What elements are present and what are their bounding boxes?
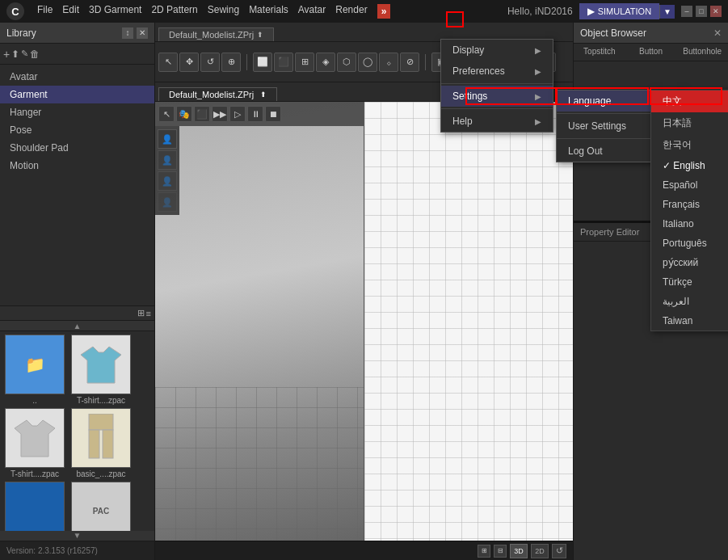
- toolbar-view2-btn[interactable]: ⬛: [274, 53, 293, 72]
- right-panel-close-icon[interactable]: ✕: [713, 27, 722, 39]
- thumb-scroll-down[interactable]: ▼: [0, 531, 154, 541]
- viewport-2d[interactable]: [364, 102, 573, 541]
- thumb-img-pac: PAC: [71, 482, 131, 530]
- object-browser-content: [574, 61, 728, 221]
- minimize-btn[interactable]: –: [681, 6, 692, 17]
- bottom-2d-btn[interactable]: 2D: [531, 544, 549, 558]
- obj-tab-button[interactable]: Button: [625, 44, 677, 61]
- menu-sewing[interactable]: Sewing: [208, 4, 239, 19]
- maximize-btn[interactable]: □: [696, 6, 707, 17]
- more-menu-btn[interactable]: »: [377, 4, 391, 19]
- sidebar: Library ↕ ✕ + ⬆ ✎ 🗑 Avatar Garment Hange…: [0, 23, 155, 560]
- bottom-icon-1[interactable]: ⊞: [478, 545, 490, 558]
- vp3d-btn-6[interactable]: ⏸: [247, 106, 263, 122]
- vp3d-btn-3[interactable]: ⬛: [194, 106, 210, 122]
- sim-icon: ▶: [587, 6, 595, 17]
- thumb-item-basic[interactable]: basic_....zpac: [69, 408, 133, 478]
- window-controls: – □ ✕: [681, 6, 722, 17]
- sidebar-close-icon[interactable]: ✕: [137, 27, 148, 39]
- thumb-item-dotdot[interactable]: 📁 ..: [3, 335, 66, 405]
- toolbar-2d-6[interactable]: ⬡: [537, 53, 556, 72]
- simulation-dropdown[interactable]: ▼: [659, 5, 675, 19]
- toolbar-view6-btn[interactable]: ◯: [358, 53, 377, 72]
- toolbar-2d-1[interactable]: ▣: [431, 53, 451, 72]
- main-layout: Library ↕ ✕ + ⬆ ✎ 🗑 Avatar Garment Hange…: [0, 23, 728, 560]
- vp3d-btn-5[interactable]: ▷: [229, 106, 246, 122]
- menu-file[interactable]: File: [37, 4, 53, 19]
- vp3d-btn-1[interactable]: ↖: [158, 106, 175, 122]
- toolbar-2d-5[interactable]: ⊠: [515, 53, 535, 72]
- vp3d-btn-2[interactable]: 🎭: [176, 106, 192, 122]
- thumb-item-tshirt1[interactable]: T-shirt....zpac: [69, 335, 133, 405]
- avatar-icons: 👤 👤 👤 👤: [155, 126, 179, 215]
- toolbar-select-btn[interactable]: ↖: [158, 53, 178, 72]
- toolbar-move-btn[interactable]: ✥: [179, 53, 199, 72]
- doc-tabs-2: Default_Modelist.ZPrj ⬆: [155, 82, 573, 102]
- sidebar-item-garment[interactable]: Garment: [0, 86, 154, 103]
- thumb-img-tshirt2: [5, 408, 65, 468]
- toolbar-view8-btn[interactable]: ⊘: [400, 53, 419, 72]
- doc-tab-2[interactable]: Default_Modelist.ZPrj ⬆: [158, 87, 277, 101]
- close-btn[interactable]: ✕: [710, 6, 722, 17]
- right-panel: Object Browser ✕ Topstitch Button Button…: [573, 23, 728, 560]
- sidebar-item-motion[interactable]: Motion: [0, 157, 154, 175]
- vp3d-btn-4[interactable]: ▶▶: [212, 106, 228, 122]
- sidebar-add-icon[interactable]: +: [3, 48, 10, 61]
- svg-rect-2: [89, 414, 113, 430]
- sidebar-edit-icon[interactable]: ✎: [21, 48, 28, 59]
- thumb-scroll-up[interactable]: ▲: [0, 321, 154, 331]
- toolbar-view3-btn[interactable]: ⊞: [295, 53, 314, 72]
- sidebar-import-icon[interactable]: ⬆: [11, 48, 19, 60]
- toolbar-view7-btn[interactable]: ⬦: [379, 53, 398, 72]
- toolbar-rotate-btn[interactable]: ↺: [200, 53, 220, 72]
- bottom-icon-2[interactable]: ⊟: [494, 545, 507, 558]
- bottom-3d-btn[interactable]: 3D: [510, 544, 528, 558]
- menu-avatar[interactable]: Avatar: [298, 4, 326, 19]
- property-editor-header: Property Editor ▲: [574, 222, 728, 242]
- obj-tab-buttonhole[interactable]: Buttonhole: [676, 44, 728, 61]
- toolbar-2d-4[interactable]: ⊡: [494, 53, 514, 72]
- sidebar-delete-icon[interactable]: 🗑: [30, 48, 40, 60]
- thumb-item-pac[interactable]: PAC PAC: [69, 482, 133, 530]
- property-editor-expand-icon[interactable]: ▲: [713, 228, 722, 237]
- bottom-refresh-btn[interactable]: ↺: [552, 544, 566, 558]
- menu-materials[interactable]: Materials: [249, 4, 288, 19]
- toolbar-2d-3[interactable]: ⬣: [473, 53, 493, 72]
- toolbar-scale-btn[interactable]: ⊕: [221, 53, 241, 72]
- simulation-button[interactable]: ▶ SIMULATION: [579, 3, 659, 19]
- doc-tab-1[interactable]: Default_Modelist.ZPrj ⬆: [158, 27, 274, 41]
- vp3d-grid: [155, 387, 364, 541]
- thumb-item-blue[interactable]: blue_fabric: [3, 482, 66, 530]
- avatar-icon-1[interactable]: 👤: [158, 129, 177, 149]
- avatar-icon-4[interactable]: 👤: [158, 192, 177, 212]
- doc-tabs: Default_Modelist.ZPrj ⬆: [155, 23, 573, 42]
- viewport-3d[interactable]: ↖ 🎭 ⬛ ▶▶ ▷ ⏸ ⏹ 👤 👤 👤 👤: [155, 102, 364, 541]
- toolbar-sep-1: [246, 54, 247, 70]
- toolbar-2d-2[interactable]: ⊞: [452, 53, 472, 72]
- obj-tab-topstitch[interactable]: Topstitch: [574, 44, 625, 61]
- user-info: Hello, iND2016: [507, 6, 573, 17]
- toolbar-view4-btn[interactable]: ◈: [316, 53, 335, 72]
- toolbar-view5-btn[interactable]: ⬡: [337, 53, 356, 72]
- menu-render[interactable]: Render: [335, 4, 367, 19]
- sidebar-item-avatar[interactable]: Avatar: [0, 68, 154, 86]
- toolbar-view1-btn[interactable]: ⬜: [253, 53, 272, 72]
- menu-3d-garment[interactable]: 3D Garment: [89, 4, 141, 19]
- object-browser-tabs: Topstitch Button Buttonhole: [574, 44, 728, 61]
- avatar-icon-2[interactable]: 👤: [158, 150, 177, 170]
- menu-edit[interactable]: Edit: [62, 4, 79, 19]
- sidebar-expand-icon[interactable]: ↕: [122, 27, 133, 39]
- menu-2d-pattern[interactable]: 2D Pattern: [151, 4, 197, 19]
- doc-tab-2-icon: ⬆: [260, 91, 267, 99]
- thumb-img-tshirt1: [71, 335, 131, 394]
- avatar-icon-3[interactable]: 👤: [158, 171, 177, 191]
- thumb-img-dotdot: 📁: [5, 335, 65, 394]
- vp3d-btn-7[interactable]: ⏹: [265, 106, 281, 122]
- sidebar-item-shoulder-pad[interactable]: Shoulder Pad: [0, 139, 154, 157]
- sidebar-item-hanger[interactable]: Hanger: [0, 103, 154, 121]
- thumb-item-tshirt2[interactable]: T-shirt....zpac: [3, 408, 66, 478]
- thumb-list-icon[interactable]: ⊞: [137, 308, 145, 318]
- thumb-grid-icon[interactable]: ≡: [146, 309, 151, 318]
- app-logo: C: [6, 2, 24, 20]
- sidebar-item-pose[interactable]: Pose: [0, 121, 154, 139]
